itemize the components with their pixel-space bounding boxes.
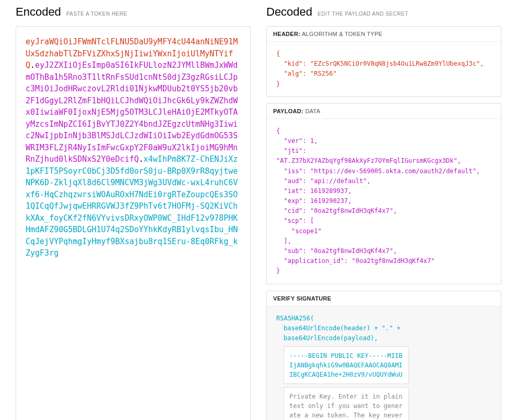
- private-key-input[interactable]: Private Key. Enter it in plain text only…: [284, 387, 409, 420]
- header-kid: EZcSrQK5NCiOr0V8qN8jsb4Ou1LRw8Zm9YlUbexq…: [314, 60, 476, 67]
- payload-label: PAYLOAD:: [273, 108, 303, 114]
- decoded-payload-title: PAYLOAD: DATA: [267, 104, 501, 119]
- token-payload-segment: eyJ2ZXIiOjEsImp0aSI6IkFULlozN2JYMllBWmJx…: [26, 61, 238, 164]
- signature-label: VERIFY SIGNATURE: [273, 295, 331, 302]
- decoded-title: Decoded: [266, 5, 312, 19]
- decoded-signature-body: RSASHA256( base64UrlEncode(header) + "."…: [267, 306, 501, 420]
- payload-exp: 1619290237: [310, 197, 348, 205]
- payload-jti: AT.Z37bX2YAZbqYgf98AkXyFz7OYmFqlIGursmKG…: [280, 157, 453, 164]
- encoded-title: Encoded: [16, 5, 61, 19]
- payload-sub: 0oa2tgf8nwIdH3qKf4x7: [314, 247, 390, 255]
- decoded-header-title: HEADER: ALGORITHM & TOKEN TYPE: [267, 27, 501, 42]
- header-alg: RS256: [314, 70, 333, 77]
- decoded-payload-section: PAYLOAD: DATA { "ver": 1, "jti": "AT.Z37…: [266, 103, 501, 284]
- header-desc: ALGORITHM & TOKEN TYPE: [302, 31, 383, 37]
- payload-iss: https://dev-569005.okta.com/oauth2/defau…: [314, 167, 472, 175]
- decoded-signature-title: VERIFY SIGNATURE: [267, 291, 501, 306]
- payload-scp-item: scope1: [295, 227, 318, 235]
- header-label: HEADER:: [273, 31, 300, 37]
- decoded-header-section: HEADER: ALGORITHM & TOKEN TYPE { "kid": …: [266, 26, 501, 97]
- public-key-input[interactable]: -----BEGIN PUBLIC KEY-----MIIBIjANBgkqhk…: [284, 346, 409, 384]
- encoded-column: Encoded PASTE A TOKEN HERE eyJraWQiOiJFW…: [16, 5, 251, 420]
- token-dot: .: [30, 61, 35, 70]
- encoded-subtitle: PASTE A TOKEN HERE: [66, 11, 127, 17]
- decoded-header-body[interactable]: { "kid": "EZcSrQK5NCiOr0V8qN8jsb4Ou1LRw8…: [267, 42, 501, 97]
- decoded-title-row: Decoded EDIT THE PAYLOAD AND SECRET: [266, 5, 501, 19]
- encoded-title-row: Encoded PASTE A TOKEN HERE: [16, 5, 251, 19]
- payload-appid: 0oa2tgf8nwIdH3qKf4x7: [356, 257, 431, 265]
- payload-iat: 1619289937: [310, 187, 348, 195]
- decoded-column: Decoded EDIT THE PAYLOAD AND SECRET HEAD…: [266, 5, 501, 420]
- decoded-payload-body[interactable]: { "ver": 1, "jti": "AT.Z37bX2YAZbqYgf98A…: [267, 119, 501, 284]
- payload-scp-key: scp: [288, 217, 299, 224]
- sig-line2: base64UrlEncode(payload),: [276, 333, 491, 343]
- token-dot: .: [139, 154, 144, 164]
- decoded-subtitle: EDIT THE PAYLOAD AND SECRET: [318, 11, 408, 17]
- sig-algo: RSASHA256(: [276, 314, 491, 323]
- payload-desc: DATA: [305, 108, 320, 114]
- encoded-token-input[interactable]: eyJraWQiOiJFWmNTclFLNU5DaU9yMFY4cU44anNi…: [16, 26, 251, 420]
- payload-aud: api://default: [314, 177, 363, 185]
- decoded-signature-section: VERIFY SIGNATURE RSASHA256( base64UrlEnc…: [266, 291, 501, 420]
- sig-line1: base64UrlEncode(header) + "." +: [276, 323, 491, 333]
- token-signature-segment: x4wIhPm8K7Z-ChENJiXz1pKFIT5PSoyrC0bCj3D5…: [26, 154, 238, 258]
- payload-cid: 0oa2tgf8nwIdH3qKf4x7: [314, 207, 390, 214]
